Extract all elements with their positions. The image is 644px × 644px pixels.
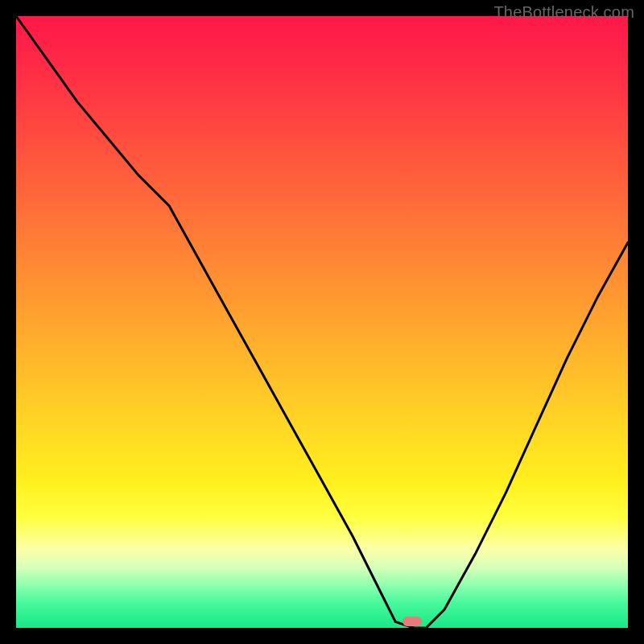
watermark-text: TheBottleneck.com: [493, 3, 634, 22]
plot-area: [16, 16, 628, 628]
bottleneck-curve: [16, 16, 628, 628]
optimal-point-marker: [402, 617, 422, 626]
chart-container: TheBottleneck.com: [0, 0, 644, 644]
